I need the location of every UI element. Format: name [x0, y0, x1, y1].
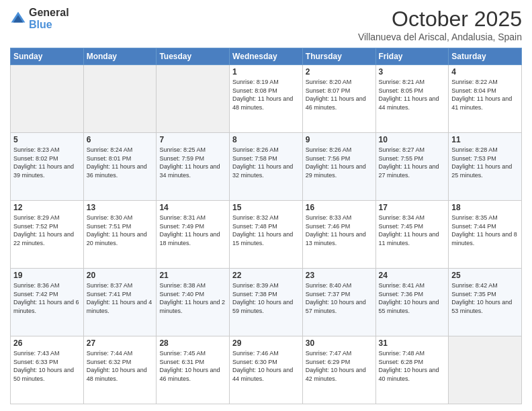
day-info: Sunrise: 8:29 AM Sunset: 7:52 PM Dayligh…: [13, 214, 81, 247]
day-info: Sunrise: 8:35 AM Sunset: 7:44 PM Dayligh…: [451, 214, 519, 247]
day-number: 29: [232, 338, 300, 348]
calendar-cell: 3Sunrise: 8:21 AM Sunset: 8:05 PM Daylig…: [375, 65, 449, 133]
calendar-cell: 22Sunrise: 8:39 AM Sunset: 7:38 PM Dayli…: [230, 269, 303, 336]
col-header-monday: Monday: [83, 48, 157, 65]
calendar-cell: 2Sunrise: 8:20 AM Sunset: 8:07 PM Daylig…: [302, 65, 375, 133]
day-info: Sunrise: 8:24 AM Sunset: 8:01 PM Dayligh…: [87, 146, 154, 179]
day-number: 7: [159, 135, 226, 144]
calendar-cell: 11Sunrise: 8:28 AM Sunset: 7:53 PM Dayli…: [449, 133, 522, 201]
day-info: Sunrise: 8:28 AM Sunset: 7:53 PM Dayligh…: [451, 146, 519, 179]
calendar-cell: 13Sunrise: 8:30 AM Sunset: 7:51 PM Dayli…: [83, 201, 157, 269]
logo-icon: [10, 11, 26, 27]
day-info: Sunrise: 7:48 AM Sunset: 6:28 PM Dayligh…: [379, 349, 446, 383]
day-number: 21: [159, 271, 226, 280]
day-info: Sunrise: 8:20 AM Sunset: 8:07 PM Dayligh…: [306, 78, 373, 111]
week-row-4: 19Sunrise: 8:36 AM Sunset: 7:42 PM Dayli…: [11, 269, 522, 336]
day-number: 18: [451, 203, 519, 212]
day-info: Sunrise: 8:21 AM Sunset: 8:05 PM Dayligh…: [379, 78, 446, 111]
day-info: Sunrise: 8:22 AM Sunset: 8:04 PM Dayligh…: [451, 78, 519, 111]
day-number: 5: [13, 135, 81, 144]
day-number: 27: [87, 338, 154, 348]
calendar-cell: [449, 336, 522, 404]
day-number: 10: [379, 135, 446, 144]
day-info: Sunrise: 8:41 AM Sunset: 7:36 PM Dayligh…: [379, 281, 446, 315]
calendar-cell: 14Sunrise: 8:31 AM Sunset: 7:49 PM Dayli…: [157, 201, 230, 269]
day-number: 23: [306, 271, 373, 280]
day-number: 9: [306, 135, 373, 144]
calendar-cell: 23Sunrise: 8:40 AM Sunset: 7:37 PM Dayli…: [302, 269, 375, 336]
page: General Blue October 2025 Villanueva del…: [0, 0, 532, 411]
calendar-cell: 10Sunrise: 8:27 AM Sunset: 7:55 PM Dayli…: [375, 133, 449, 201]
day-number: 15: [232, 203, 300, 212]
calendar-cell: 1Sunrise: 8:19 AM Sunset: 8:08 PM Daylig…: [230, 65, 303, 133]
day-number: 19: [13, 271, 81, 280]
calendar-cell: 5Sunrise: 8:23 AM Sunset: 8:02 PM Daylig…: [11, 133, 84, 201]
day-number: 20: [87, 271, 154, 280]
logo: General Blue: [10, 7, 69, 30]
calendar-cell: 21Sunrise: 8:38 AM Sunset: 7:40 PM Dayli…: [157, 269, 230, 336]
day-number: 8: [232, 135, 300, 144]
calendar-cell: 19Sunrise: 8:36 AM Sunset: 7:42 PM Dayli…: [11, 269, 84, 336]
day-info: Sunrise: 8:36 AM Sunset: 7:42 PM Dayligh…: [13, 281, 81, 315]
week-row-1: 1Sunrise: 8:19 AM Sunset: 8:08 PM Daylig…: [11, 65, 522, 133]
week-row-5: 26Sunrise: 7:43 AM Sunset: 6:33 PM Dayli…: [11, 336, 522, 404]
day-info: Sunrise: 8:38 AM Sunset: 7:40 PM Dayligh…: [159, 281, 226, 315]
col-header-saturday: Saturday: [449, 48, 522, 65]
day-number: 28: [159, 338, 226, 348]
month-title: October 2025: [358, 7, 522, 32]
day-number: 12: [13, 203, 81, 212]
day-info: Sunrise: 7:43 AM Sunset: 6:33 PM Dayligh…: [13, 349, 81, 383]
calendar-cell: 7Sunrise: 8:25 AM Sunset: 7:59 PM Daylig…: [157, 133, 230, 201]
day-info: Sunrise: 7:46 AM Sunset: 6:30 PM Dayligh…: [232, 349, 300, 383]
logo-general: General: [29, 7, 69, 19]
calendar-cell: 25Sunrise: 8:42 AM Sunset: 7:35 PM Dayli…: [449, 269, 522, 336]
calendar-cell: 4Sunrise: 8:22 AM Sunset: 8:04 PM Daylig…: [449, 65, 522, 133]
day-info: Sunrise: 8:27 AM Sunset: 7:55 PM Dayligh…: [379, 146, 446, 179]
col-header-friday: Friday: [375, 48, 449, 65]
col-header-sunday: Sunday: [11, 48, 84, 65]
calendar-cell: 15Sunrise: 8:32 AM Sunset: 7:48 PM Dayli…: [230, 201, 303, 269]
day-number: 17: [379, 203, 446, 212]
calendar-cell: 27Sunrise: 7:44 AM Sunset: 6:32 PM Dayli…: [83, 336, 157, 404]
day-number: 6: [87, 135, 154, 144]
day-info: Sunrise: 8:33 AM Sunset: 7:46 PM Dayligh…: [306, 214, 373, 247]
logo-blue: Blue: [29, 19, 69, 31]
day-number: 11: [451, 135, 519, 144]
week-row-2: 5Sunrise: 8:23 AM Sunset: 8:02 PM Daylig…: [11, 133, 522, 201]
day-info: Sunrise: 8:26 AM Sunset: 7:58 PM Dayligh…: [232, 146, 300, 179]
day-info: Sunrise: 8:26 AM Sunset: 7:56 PM Dayligh…: [306, 146, 373, 179]
day-number: 30: [306, 338, 373, 348]
calendar-cell: 30Sunrise: 7:47 AM Sunset: 6:29 PM Dayli…: [302, 336, 375, 404]
day-info: Sunrise: 8:31 AM Sunset: 7:49 PM Dayligh…: [159, 214, 226, 247]
day-number: 31: [379, 338, 446, 348]
calendar-cell: 18Sunrise: 8:35 AM Sunset: 7:44 PM Dayli…: [449, 201, 522, 269]
calendar-cell: 9Sunrise: 8:26 AM Sunset: 7:56 PM Daylig…: [302, 133, 375, 201]
calendar-table: SundayMondayTuesdayWednesdayThursdayFrid…: [10, 48, 522, 404]
day-number: 4: [451, 67, 519, 77]
day-info: Sunrise: 8:19 AM Sunset: 8:08 PM Dayligh…: [232, 78, 300, 111]
day-info: Sunrise: 8:30 AM Sunset: 7:51 PM Dayligh…: [87, 214, 154, 247]
day-info: Sunrise: 8:34 AM Sunset: 7:45 PM Dayligh…: [379, 214, 446, 247]
day-number: 25: [451, 271, 519, 280]
calendar-cell: 29Sunrise: 7:46 AM Sunset: 6:30 PM Dayli…: [230, 336, 303, 404]
calendar-cell: 31Sunrise: 7:48 AM Sunset: 6:28 PM Dayli…: [375, 336, 449, 404]
calendar-cell: [83, 65, 157, 133]
col-header-thursday: Thursday: [302, 48, 375, 65]
day-info: Sunrise: 7:47 AM Sunset: 6:29 PM Dayligh…: [306, 349, 373, 383]
col-header-wednesday: Wednesday: [230, 48, 303, 65]
calendar-cell: 8Sunrise: 8:26 AM Sunset: 7:58 PM Daylig…: [230, 133, 303, 201]
day-number: 1: [232, 67, 300, 77]
col-header-tuesday: Tuesday: [157, 48, 230, 65]
day-number: 3: [379, 67, 446, 77]
day-number: 16: [306, 203, 373, 212]
week-row-3: 12Sunrise: 8:29 AM Sunset: 7:52 PM Dayli…: [11, 201, 522, 269]
day-info: Sunrise: 7:45 AM Sunset: 6:31 PM Dayligh…: [159, 349, 226, 383]
day-number: 13: [87, 203, 154, 212]
day-number: 24: [379, 271, 446, 280]
calendar-cell: 24Sunrise: 8:41 AM Sunset: 7:36 PM Dayli…: [375, 269, 449, 336]
calendar-header-row: SundayMondayTuesdayWednesdayThursdayFrid…: [11, 48, 522, 65]
day-number: 2: [306, 67, 373, 77]
calendar-cell: 26Sunrise: 7:43 AM Sunset: 6:33 PM Dayli…: [11, 336, 84, 404]
calendar-cell: 6Sunrise: 8:24 AM Sunset: 8:01 PM Daylig…: [83, 133, 157, 201]
day-info: Sunrise: 8:25 AM Sunset: 7:59 PM Dayligh…: [159, 146, 226, 179]
